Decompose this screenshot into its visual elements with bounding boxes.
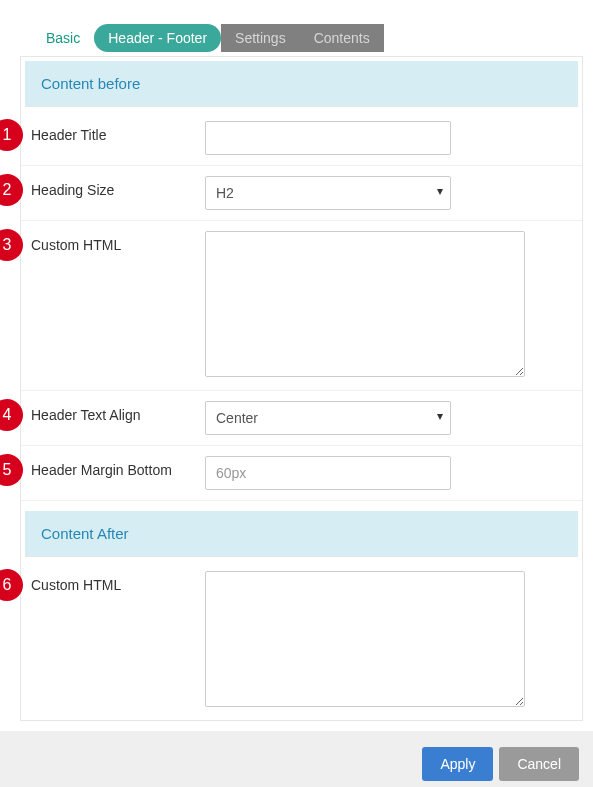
annotation-badge-2: 2	[0, 174, 23, 206]
label-header-text-align: Header Text Align	[31, 401, 205, 423]
tab-contents: Contents	[300, 24, 384, 52]
tab-header-footer[interactable]: Header - Footer	[94, 24, 221, 52]
label-custom-html-after: Custom HTML	[31, 571, 205, 593]
form-panel: Content before 1 Header Title 2 Heading …	[20, 56, 583, 721]
textarea-custom-html-before[interactable]	[205, 231, 525, 377]
row-header-margin-bottom: 5 Header Margin Bottom	[21, 446, 582, 501]
label-header-margin-bottom: Header Margin Bottom	[31, 456, 205, 478]
input-header-margin-bottom[interactable]	[205, 456, 451, 490]
row-header-text-align: 4 Header Text Align Center	[21, 391, 582, 446]
row-custom-html-after: 6 Custom HTML	[21, 561, 582, 720]
row-custom-html-before: 3 Custom HTML	[21, 221, 582, 391]
annotation-badge-1: 1	[0, 119, 23, 151]
panel-inner: Basic Header - Footer Settings Contents …	[0, 0, 593, 721]
row-header-title: 1 Header Title	[21, 111, 582, 166]
settings-panel: Basic Header - Footer Settings Contents …	[0, 0, 593, 787]
select-header-text-align[interactable]: Center	[205, 401, 451, 435]
section-content-after: Content After	[25, 511, 578, 557]
disabled-tabs-group: Settings Contents	[221, 24, 384, 52]
annotation-badge-3: 3	[0, 229, 23, 261]
cancel-button[interactable]: Cancel	[499, 747, 579, 781]
row-heading-size: 2 Heading Size H2	[21, 166, 582, 221]
footer-actions: Apply Cancel	[0, 731, 593, 787]
tab-basic[interactable]: Basic	[32, 24, 94, 52]
select-heading-size[interactable]: H2	[205, 176, 451, 210]
annotation-badge-5: 5	[0, 454, 23, 486]
tabs-bar: Basic Header - Footer Settings Contents	[20, 0, 583, 52]
label-custom-html-before: Custom HTML	[31, 231, 205, 253]
textarea-custom-html-after[interactable]	[205, 571, 525, 707]
section-content-before: Content before	[25, 61, 578, 107]
input-header-title[interactable]	[205, 121, 451, 155]
label-header-title: Header Title	[31, 121, 205, 143]
annotation-badge-4: 4	[0, 399, 23, 431]
tab-settings: Settings	[221, 24, 300, 52]
label-heading-size: Heading Size	[31, 176, 205, 198]
annotation-badge-6: 6	[0, 569, 23, 601]
apply-button[interactable]: Apply	[422, 747, 493, 781]
